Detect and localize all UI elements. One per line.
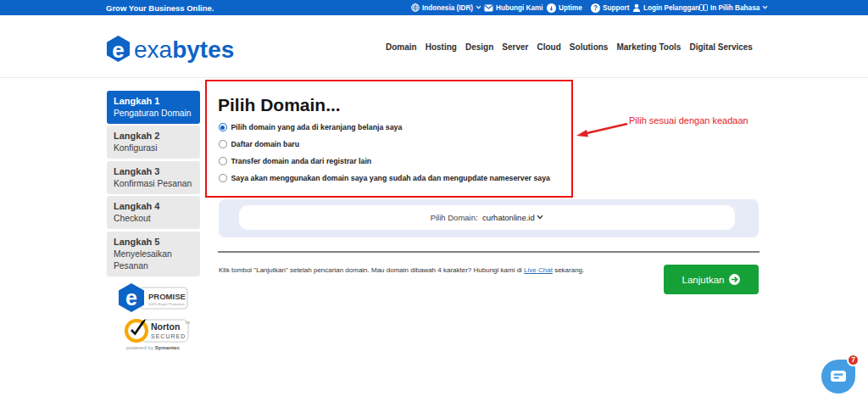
svg-text:TM: TM (185, 321, 190, 325)
svg-text:?: ? (593, 4, 598, 12)
svg-text:100% Buyer Protection: 100% Buyer Protection (148, 302, 186, 306)
svg-text:powered by Symantec: powered by Symantec (126, 344, 181, 350)
svg-text:PROMISE: PROMISE (148, 292, 186, 301)
svg-text:SECURED: SECURED (151, 333, 186, 339)
svg-text:Norton: Norton (151, 321, 180, 332)
svg-text:e: e (112, 37, 124, 63)
svg-text:e: e (125, 286, 137, 310)
